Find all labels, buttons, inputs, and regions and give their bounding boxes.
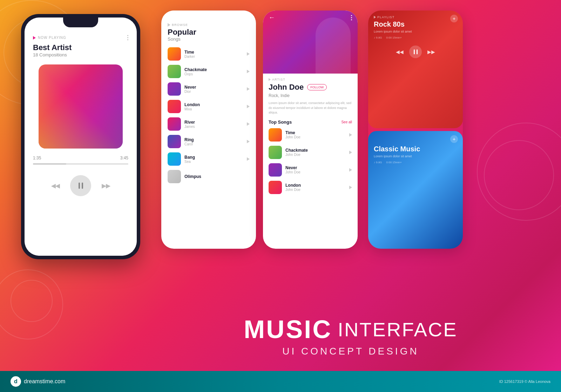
artist-genre: Rock, Indie — [269, 93, 352, 98]
playlist-label-row: PLAYLIST — [368, 11, 463, 20]
artist-name-row: John Doe FOLLOW — [269, 83, 352, 92]
artist-name: Best Artist — [33, 43, 128, 52]
copyright: © Alla Leonova — [525, 379, 550, 384]
classic-stats: ♪ 9.8G 0:00 15min+ — [368, 161, 463, 167]
music-label: MUSIC — [244, 315, 332, 344]
song-play-1[interactable] — [247, 52, 250, 56]
top-songs-title: Top Songs — [269, 119, 292, 125]
progress-bar[interactable] — [33, 163, 128, 165]
phone-2-device: BROWSE Popular Songs Time Darker Chackma… — [161, 11, 256, 249]
song-info-3: Never Dior — [184, 85, 243, 94]
rock80s-stats: ♪ 9.8G 0:00 15min+ — [368, 36, 463, 43]
song-thumb-8 — [168, 170, 181, 183]
song-item-3[interactable]: Never Dior — [168, 82, 250, 96]
dreamstime-logo-letter: d — [11, 376, 21, 387]
artist-song-play-1[interactable] — [349, 133, 352, 137]
classic-title: Classic Music — [368, 145, 463, 154]
rock80s-title: Rock 80s — [368, 20, 463, 30]
song-item-8[interactable]: Olimpus — [168, 170, 250, 183]
song-item-4[interactable]: London Mixa — [168, 100, 250, 113]
song-thumb-4 — [168, 100, 181, 113]
rock80s-forward[interactable]: ▶▶ — [427, 49, 435, 55]
song-info-1: Time Darker — [184, 50, 243, 59]
song-thumb-7 — [168, 152, 181, 166]
song-artist-2: Oops — [184, 72, 243, 76]
song-artist-1: Darker — [184, 55, 243, 59]
song-thumb-3 — [168, 82, 181, 96]
song-play-2[interactable] — [247, 70, 250, 73]
dreamstime-site-name: dreamstime.com — [24, 378, 65, 385]
artist-song-thumb-2 — [269, 146, 282, 159]
song-thumb-6 — [168, 135, 181, 148]
forward-button[interactable]: ▶▶ — [102, 183, 110, 189]
song-info-8: Olimpus — [184, 174, 250, 179]
song-info-7: Bang Sea — [184, 155, 243, 164]
playback-controls: ◀◀ ▶▶ — [33, 175, 128, 196]
song-name-7: Bang — [184, 155, 243, 160]
artist-song-4[interactable]: London John Doe — [269, 181, 352, 194]
song-name-1: Time — [184, 50, 243, 55]
rewind-button[interactable]: ◀◀ — [51, 183, 60, 189]
total-time: 3:45 — [120, 156, 128, 160]
song-thumb-5 — [168, 117, 181, 131]
title-row: MUSIC INTERFACE — [161, 315, 540, 344]
song-item-2[interactable]: Chackmate Oops — [168, 65, 250, 78]
artist-song-2[interactable]: Chackmate John Doe — [269, 146, 352, 159]
song-play-5[interactable] — [247, 122, 250, 126]
artist-song-1[interactable]: Time John Doe — [269, 128, 352, 142]
song-info-4: London Mixa — [184, 102, 243, 111]
song-name-6: Ring — [184, 137, 243, 142]
pause-button[interactable] — [70, 175, 91, 196]
song-item-6[interactable]: Ring Carol — [168, 135, 250, 148]
current-time: 1:35 — [33, 156, 41, 160]
menu-dots[interactable] — [127, 35, 128, 40]
song-thumb-2 — [168, 65, 181, 78]
song-info-6: Ring Carol — [184, 137, 243, 146]
add-to-playlist-button[interactable]: + — [450, 15, 458, 22]
top-songs-header: Top Songs See all — [269, 119, 352, 125]
pause-icon — [79, 183, 83, 189]
popular-title: Popular — [168, 28, 250, 36]
song-play-6[interactable] — [247, 140, 250, 143]
song-artist-4: Mixa — [184, 107, 243, 111]
artist-song-thumb-1 — [269, 128, 282, 142]
playlist-pattern — [368, 57, 463, 128]
artist-song-3[interactable]: Never John Doe — [269, 163, 352, 177]
song-item-1[interactable]: Time Darker — [168, 47, 250, 61]
pause-icon — [414, 49, 418, 54]
popular-subtitle: Songs — [168, 36, 250, 42]
song-item-7[interactable]: Bang Sea — [168, 152, 250, 166]
rock80s-rewind[interactable]: ◀◀ — [396, 49, 404, 55]
song-name-3: Never — [184, 85, 243, 90]
artist-song-play-4[interactable] — [349, 186, 352, 189]
artist-song-play-3[interactable] — [349, 168, 352, 172]
song-name-5: River — [184, 120, 243, 125]
song-play-3[interactable] — [247, 87, 250, 91]
back-button[interactable]: ← — [269, 14, 275, 21]
song-item-5[interactable]: River James — [168, 117, 250, 131]
rock80s-subtitle: Lorem ipsum dolor sit amet — [368, 30, 463, 36]
screen-now-playing: NOW PLAYING Best Artist 18 Compositions … — [25, 18, 137, 256]
artist-song-play-2[interactable] — [349, 151, 352, 154]
song-info-5: River James — [184, 120, 243, 129]
add-classic-button[interactable]: + — [450, 135, 458, 143]
classic-stat1: ♪ 9.8G — [374, 161, 382, 164]
dreamstime-logo: d dreamstime.com — [11, 376, 65, 387]
song-thumb-1 — [168, 47, 181, 61]
artist-song-thumb-4 — [269, 181, 282, 194]
song-play-7[interactable] — [247, 157, 250, 161]
see-all-button[interactable]: See all — [341, 120, 352, 124]
options-button[interactable] — [351, 15, 352, 20]
rock80s-pause[interactable] — [409, 46, 422, 58]
song-play-4[interactable] — [247, 105, 250, 108]
dreamstime-watermark-bar: d dreamstime.com ID 125617319 © Alla Leo… — [0, 371, 561, 392]
follow-button[interactable]: FOLLOW — [307, 84, 327, 90]
album-artwork — [39, 64, 123, 149]
interface-label: INTERFACE — [338, 318, 457, 341]
song-artist-3: Dior — [184, 90, 243, 94]
now-playing-label: NOW PLAYING — [38, 36, 66, 40]
time-display: 1:35 3:45 — [33, 156, 128, 160]
artist-header-bar: ← — [269, 14, 352, 21]
compositions-count: 18 Compositions — [33, 52, 128, 57]
playlist-label: PLAYLIST — [377, 15, 394, 19]
